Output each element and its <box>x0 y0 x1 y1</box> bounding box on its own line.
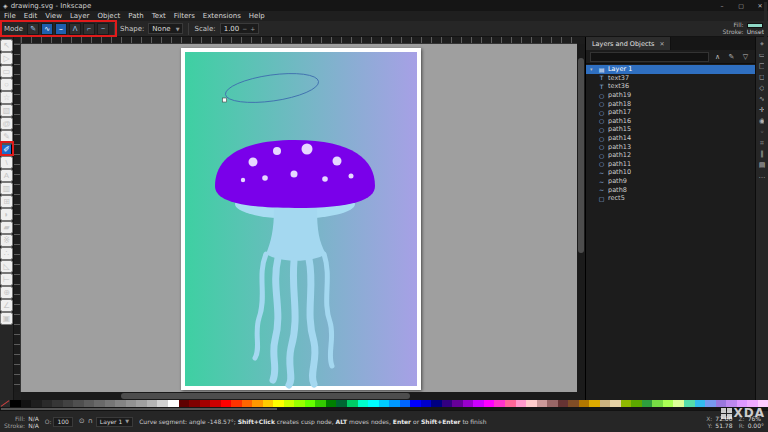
minimize-button[interactable]: – <box>714 0 730 11</box>
color-swatch[interactable] <box>168 400 179 407</box>
pencil-tool[interactable]: ✎ <box>0 130 13 143</box>
pen-mode-paraxial-button[interactable]: ⌐ <box>83 23 95 35</box>
color-swatch[interactable] <box>547 400 558 407</box>
color-swatch[interactable] <box>315 400 326 407</box>
color-swatch[interactable] <box>200 400 211 407</box>
rectangle-tool[interactable]: ▭ <box>0 65 13 78</box>
pen-mode-bezier-button[interactable]: ✎ <box>27 23 39 35</box>
layer-tree-row[interactable]: ~ path9 <box>586 177 755 186</box>
color-swatch[interactable] <box>516 400 527 407</box>
layer-tree-row[interactable]: ○ path14 <box>586 134 755 143</box>
menu-item[interactable]: Text <box>148 12 170 20</box>
color-swatch[interactable] <box>431 400 442 407</box>
calligraphy-tool[interactable]: \ <box>0 156 13 169</box>
dock-close-icon[interactable]: ✕ <box>659 40 664 47</box>
color-swatch[interactable] <box>442 400 453 407</box>
color-swatch[interactable] <box>484 400 495 407</box>
document-page[interactable] <box>181 48 421 390</box>
vertical-ruler[interactable] <box>14 44 21 392</box>
color-swatch[interactable] <box>600 400 611 407</box>
opacity-spinbox[interactable]: 100 <box>53 417 72 427</box>
layer-tree-row[interactable]: ▾ ▤ Layer 1 <box>586 65 755 74</box>
color-swatch[interactable] <box>410 400 421 407</box>
menu-item[interactable]: Help <box>245 12 269 20</box>
color-swatch[interactable] <box>94 400 105 407</box>
color-swatch[interactable] <box>421 400 432 407</box>
shape-dropdown[interactable]: None ▼ <box>148 23 183 34</box>
color-swatch[interactable] <box>210 400 221 407</box>
color-swatch[interactable] <box>652 400 663 407</box>
color-swatch[interactable] <box>242 400 253 407</box>
color-swatch[interactable] <box>589 400 600 407</box>
color-swatch[interactable] <box>673 400 684 407</box>
color-swatch[interactable] <box>126 400 137 407</box>
color-swatch[interactable] <box>147 400 158 407</box>
color-swatch[interactable] <box>642 400 653 407</box>
eraser-tool[interactable]: ◺ <box>0 260 13 273</box>
fill-stroke-status[interactable]: Fill: N/A Stroke: N/A <box>4 415 39 429</box>
menu-item[interactable]: Extensions <box>199 12 245 20</box>
color-swatch[interactable] <box>115 400 126 407</box>
color-swatch[interactable] <box>326 400 337 407</box>
color-swatch[interactable] <box>358 400 369 407</box>
pen-mode-spiro-button[interactable]: ∿ <box>41 23 53 35</box>
menu-item[interactable]: Path <box>124 12 147 20</box>
layer-tree-row[interactable]: ○ path12 <box>586 151 755 160</box>
layer-tree-row[interactable]: ○ path15 <box>586 125 755 134</box>
dropper-tool[interactable]: ◗ <box>0 208 13 221</box>
canvas-vertical-scrollbar[interactable] <box>577 44 585 392</box>
layer-tree-row[interactable]: ○ path17 <box>586 108 755 117</box>
canvas[interactable] <box>21 44 577 392</box>
no-color-swatch[interactable] <box>0 400 10 407</box>
mesh-tool[interactable]: ⊞ <box>0 195 13 208</box>
menu-item[interactable]: Filters <box>170 12 199 20</box>
pen-node-handle[interactable] <box>223 98 227 102</box>
color-swatch[interactable] <box>537 400 548 407</box>
palette-scrollbar[interactable] <box>0 407 768 410</box>
layer-visibility-eye-icon[interactable]: ⊙ <box>79 418 85 425</box>
color-swatch[interactable] <box>305 400 316 407</box>
tab-layers-and-objects[interactable]: Layers and Objects ✕ <box>586 37 671 50</box>
spiral-tool[interactable]: @ <box>0 117 13 130</box>
pen-tool[interactable]: ✐ <box>0 143 13 156</box>
color-swatch[interactable] <box>400 400 411 407</box>
pages-tool[interactable]: ▣ <box>0 312 13 325</box>
color-swatch[interactable] <box>294 400 305 407</box>
snap-page-border-icon[interactable]: ▤ <box>759 161 766 169</box>
zoom-tool[interactable]: ⊕ <box>0 286 13 299</box>
scale-decrement-button[interactable]: − <box>242 25 247 32</box>
color-swatch[interactable] <box>526 400 537 407</box>
color-swatch[interactable] <box>189 400 200 407</box>
menu-item[interactable]: View <box>41 12 66 20</box>
color-swatch[interactable] <box>252 400 263 407</box>
selector-tool[interactable]: ↖ <box>0 39 13 52</box>
color-swatch[interactable] <box>157 400 168 407</box>
color-swatch[interactable] <box>610 400 621 407</box>
color-swatch[interactable] <box>273 400 284 407</box>
maximize-button[interactable]: ▢ <box>733 0 749 11</box>
layer-tree-row[interactable]: ○ path13 <box>586 142 755 151</box>
color-swatch[interactable] <box>389 400 400 407</box>
color-swatch[interactable] <box>63 400 74 407</box>
layer-tree-row[interactable]: ○ path16 <box>586 117 755 126</box>
color-swatch[interactable] <box>695 400 706 407</box>
mushroom-stem[interactable] <box>266 208 326 261</box>
expander-icon[interactable]: ▾ <box>590 66 595 72</box>
color-swatch[interactable] <box>505 400 516 407</box>
current-layer-dropdown[interactable]: Layer 1 ▼ <box>96 417 133 427</box>
text-tool[interactable]: A <box>0 169 13 182</box>
layer-tree-row[interactable]: T text36 <box>586 82 755 91</box>
color-swatch[interactable] <box>221 400 232 407</box>
filter-objects-icon[interactable]: ▽ <box>740 53 751 61</box>
layer-tree-row[interactable]: ▢ rect5 <box>586 194 755 203</box>
layer-tree-row[interactable]: ~ path10 <box>586 168 755 177</box>
hscroll-thumb[interactable] <box>121 393 410 399</box>
color-swatch[interactable] <box>631 400 642 407</box>
color-swatch[interactable] <box>705 400 716 407</box>
pen-mode-bspline-button[interactable]: ⌣ <box>55 23 67 35</box>
fill-color-swatch[interactable] <box>747 23 763 28</box>
color-swatch[interactable] <box>463 400 474 407</box>
color-swatch[interactable] <box>10 400 21 407</box>
color-swatch[interactable] <box>368 400 379 407</box>
snap-settings-icon[interactable]: … <box>759 172 766 180</box>
